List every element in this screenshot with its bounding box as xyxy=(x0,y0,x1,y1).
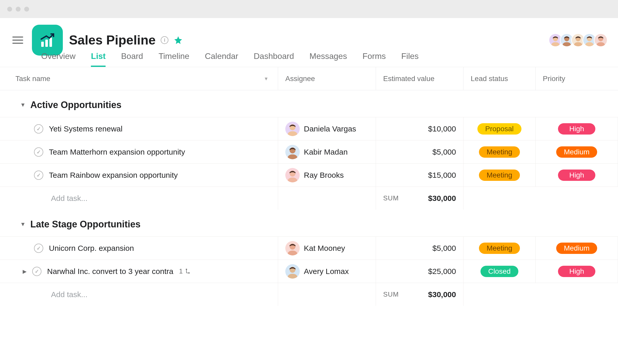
assignee-avatar[interactable] xyxy=(285,168,300,182)
add-task-button[interactable]: Add task... xyxy=(0,187,278,210)
lead-status-pill[interactable]: Closed xyxy=(480,266,518,277)
task-name: Narwhal Inc. convert to 3 year contra xyxy=(47,267,173,276)
project-title: Sales Pipeline xyxy=(69,33,156,48)
tab-list[interactable]: List xyxy=(91,51,106,67)
task-name: Team Rainbow expansion opportunity xyxy=(49,171,178,180)
subtask-caret[interactable]: ▶ xyxy=(23,268,27,274)
assignee-name: Kat Mooney xyxy=(304,244,345,253)
task-name: Yeti Systems renewal xyxy=(49,125,123,133)
col-assignee[interactable]: Assignee xyxy=(278,67,376,90)
menu-button[interactable] xyxy=(12,37,23,44)
member-avatars[interactable] xyxy=(551,33,608,47)
tab-calendar[interactable]: Calendar xyxy=(205,51,238,67)
svg-point-21 xyxy=(186,269,187,270)
svg-point-22 xyxy=(188,272,189,273)
member-avatar[interactable] xyxy=(594,33,608,47)
add-task-button[interactable]: Add task... xyxy=(0,283,278,306)
col-estimated-value[interactable]: Estimated value xyxy=(376,67,464,90)
priority-pill[interactable]: High xyxy=(558,123,596,135)
estimated-value[interactable]: $10,000 xyxy=(376,117,464,140)
svg-rect-2 xyxy=(49,38,52,47)
assignee-avatar[interactable] xyxy=(285,241,300,255)
col-priority[interactable]: Priority xyxy=(536,67,618,90)
task-row[interactable]: Unicorn Corp. expansion Kat Mooney $5,00… xyxy=(0,236,618,260)
assignee-avatar[interactable] xyxy=(285,122,300,136)
section-toggle[interactable]: ▼ xyxy=(20,102,26,108)
task-name: Team Matterhorn expansion opportunity xyxy=(49,148,185,156)
estimated-value[interactable]: $15,000 xyxy=(376,164,464,187)
lead-status-pill[interactable]: Meeting xyxy=(479,170,520,181)
tab-board[interactable]: Board xyxy=(121,51,143,67)
priority-pill[interactable]: High xyxy=(558,170,596,181)
assignee-avatar[interactable] xyxy=(285,264,300,279)
col-lead-status[interactable]: Lead status xyxy=(464,67,536,90)
assignee-name: Daniela Vargas xyxy=(304,125,356,133)
priority-pill[interactable]: High xyxy=(558,266,596,277)
task-row[interactable]: Yeti Systems renewal Daniela Vargas $10,… xyxy=(0,117,618,140)
task-row[interactable]: Team Matterhorn expansion opportunity Ka… xyxy=(0,140,618,163)
section-title: Late Stage Opportunities xyxy=(30,219,141,230)
lead-status-pill[interactable]: Proposal xyxy=(477,123,521,135)
window-dot xyxy=(16,7,21,12)
sum-value: $30,000 xyxy=(428,290,456,299)
assignee-name: Kabir Madan xyxy=(304,148,348,156)
window-dot xyxy=(7,7,12,12)
task-row[interactable]: Team Rainbow expansion opportunity Ray B… xyxy=(0,163,618,187)
svg-rect-1 xyxy=(45,40,48,47)
window-dot xyxy=(24,7,29,12)
tab-dashboard[interactable]: Dashboard xyxy=(254,51,294,67)
complete-checkbox[interactable] xyxy=(34,124,43,134)
task-name: Unicorn Corp. expansion xyxy=(49,244,134,253)
assignee-name: Ray Brooks xyxy=(304,171,344,180)
col-task-name[interactable]: Task name ▾ xyxy=(0,67,278,90)
lead-status-pill[interactable]: Meeting xyxy=(479,146,520,158)
tab-files[interactable]: Files xyxy=(401,51,419,67)
sum-value: $30,000 xyxy=(428,194,456,203)
lead-status-pill[interactable]: Meeting xyxy=(479,243,520,254)
tab-overview[interactable]: Overview xyxy=(41,51,75,67)
subtask-count: 1 xyxy=(179,267,191,275)
tab-timeline[interactable]: Timeline xyxy=(159,51,190,67)
info-icon[interactable]: i xyxy=(161,36,168,44)
project-icon xyxy=(32,25,63,56)
priority-pill[interactable]: Medium xyxy=(556,243,597,254)
star-icon[interactable] xyxy=(174,35,183,45)
tab-messages[interactable]: Messages xyxy=(310,51,347,67)
task-row[interactable]: ▶ Narwhal Inc. convert to 3 year contra … xyxy=(0,260,618,283)
complete-checkbox[interactable] xyxy=(32,267,41,276)
assignee-name: Avery Lomax xyxy=(304,267,349,276)
columns-header: Task name ▾ Assignee Estimated value Lea… xyxy=(0,67,618,90)
sum-label: SUM xyxy=(383,290,399,298)
estimated-value[interactable]: $25,000 xyxy=(376,260,464,283)
sum-label: SUM xyxy=(383,194,399,202)
estimated-value[interactable]: $5,000 xyxy=(376,140,464,163)
tabs-bar: OverviewListBoardTimelineCalendarDashboa… xyxy=(0,47,618,67)
section-toggle[interactable]: ▼ xyxy=(20,221,26,228)
chevron-down-icon[interactable]: ▾ xyxy=(265,75,268,82)
complete-checkbox[interactable] xyxy=(34,147,43,157)
section-title: Active Opportunities xyxy=(30,100,122,110)
estimated-value[interactable]: $5,000 xyxy=(376,237,464,260)
col-task-label: Task name xyxy=(15,75,50,83)
complete-checkbox[interactable] xyxy=(34,244,43,253)
complete-checkbox[interactable] xyxy=(34,171,43,180)
tab-forms[interactable]: Forms xyxy=(363,51,386,67)
assignee-avatar[interactable] xyxy=(285,145,300,159)
svg-rect-0 xyxy=(41,42,44,47)
window-chrome xyxy=(0,0,618,18)
priority-pill[interactable]: Medium xyxy=(556,146,597,158)
